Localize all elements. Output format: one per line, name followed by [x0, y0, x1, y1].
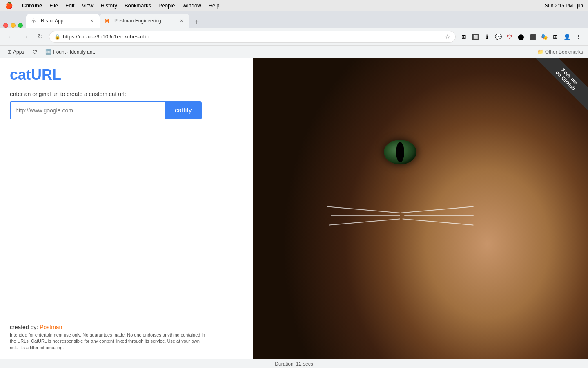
bookmark-shield[interactable]: 🛡 — [30, 48, 40, 56]
menubar-user: jlin — [577, 3, 583, 9]
whisker-2 — [404, 215, 474, 216]
app-logo: catURL — [10, 66, 61, 83]
user-profile-icon[interactable]: 👤 — [562, 32, 572, 42]
footer-created: created by: Postman — [10, 324, 206, 330]
shield-icon: 🛡 — [32, 49, 37, 55]
bookmark-fount-label: Fount · Identify an... — [53, 49, 96, 55]
forward-button[interactable]: → — [20, 31, 31, 43]
bookmark-fount[interactable]: 🔤 Fount · Identify an... — [43, 48, 99, 56]
tab-postman[interactable]: M Postman Engineering – Medium ✕ — [100, 14, 189, 28]
toolbar-ext-8[interactable]: ⊞ — [550, 32, 560, 42]
tab-bar: ⚛ React App ✕ M Postman Engineering – Me… — [0, 11, 588, 28]
address-bar-area: ← → ↻ 🔒 https://cat-ui-79b109c1ee.kubesa… — [0, 28, 588, 46]
other-bookmarks-label: Other Bookmarks — [545, 49, 583, 55]
chrome-menu[interactable]: Chrome — [22, 2, 42, 9]
file-menu[interactable]: File — [49, 2, 58, 9]
toolbar-ext-4[interactable]: 🛡 — [505, 32, 514, 42]
menubar-right: Sun 2:15 PM jlin — [545, 3, 583, 9]
chrome-menu-icon[interactable]: ⋮ — [573, 32, 583, 42]
tab-title-react: React App — [41, 18, 85, 24]
new-tab-button[interactable]: + — [191, 16, 203, 28]
tab-title-postman: Postman Engineering – Medium — [114, 18, 175, 24]
whisker-5 — [331, 215, 400, 216]
page-content: Fork meon GitHub catURL enter an origina… — [0, 58, 588, 359]
toolbar-ext-7[interactable]: 🎭 — [539, 32, 549, 42]
window-menu[interactable]: Window — [182, 2, 201, 9]
tab-close-postman[interactable]: ✕ — [178, 18, 185, 24]
back-button[interactable]: ← — [5, 31, 16, 43]
toolbar-ext-6[interactable]: ⬛ — [528, 32, 537, 42]
bookmark-apps-label: Apps — [13, 49, 24, 55]
history-menu[interactable]: History — [100, 2, 117, 9]
edit-menu[interactable]: Edit — [65, 2, 74, 9]
tab-react-app[interactable]: ⚛ React App ✕ — [26, 14, 100, 28]
macos-menubar: 🍎 Chrome File Edit View History Bookmark… — [0, 0, 588, 11]
app-footer: created by: Postman Intended for enterta… — [10, 324, 206, 351]
tab-close-react[interactable]: ✕ — [88, 18, 95, 24]
fullscreen-window-button[interactable] — [18, 23, 23, 28]
secure-lock-icon: 🔒 — [54, 34, 60, 40]
toolbar-ext-1[interactable]: 🔲 — [470, 32, 480, 42]
menubar-time: Sun 2:15 PM — [545, 3, 573, 9]
traffic-lights — [3, 23, 23, 28]
bookmark-star-icon[interactable]: ☆ — [445, 33, 450, 40]
fork-ribbon-text: Fork meon GitHub — [536, 58, 588, 110]
other-bookmarks[interactable]: 📁 Other Bookmarks — [537, 49, 583, 55]
status-duration: Duration: 12 secs — [275, 361, 313, 367]
footer-disclaimer: Intended for entertainment use only. No … — [10, 332, 206, 351]
toolbar-ext-3[interactable]: 💬 — [493, 32, 503, 42]
minimize-window-button[interactable] — [11, 23, 16, 28]
extensions-icon[interactable]: ⊞ — [459, 32, 469, 42]
url-input[interactable] — [10, 101, 165, 119]
reload-button[interactable]: ↻ — [34, 31, 46, 43]
apps-grid-icon: ⊞ — [7, 49, 11, 55]
chrome-window: ⚛ React App ✕ M Postman Engineering – Me… — [0, 11, 588, 368]
app-header: catURL — [10, 66, 61, 83]
footer-postman-link[interactable]: Postman — [40, 324, 62, 330]
address-text: https://cat-ui-79b109c1ee.kubesail.io — [63, 34, 442, 40]
footer-created-prefix: created by: — [10, 324, 40, 330]
form-row: cattify — [10, 101, 202, 119]
toolbar-ext-5[interactable]: ⬤ — [516, 32, 526, 42]
form-label: enter an original url to create a custom… — [10, 91, 202, 97]
folder-icon: 📁 — [537, 49, 543, 55]
cat-eye-left — [384, 140, 416, 164]
tab-favicon-react: ⚛ — [31, 18, 38, 24]
help-menu[interactable]: Help — [209, 2, 220, 9]
toolbar-ext-2[interactable]: ℹ — [482, 32, 492, 42]
bookmarks-bar: ⊞ Apps 🛡 🔤 Fount · Identify an... 📁 Othe… — [0, 46, 588, 58]
bookmarks-menu[interactable]: Bookmarks — [125, 2, 151, 9]
address-bar[interactable]: 🔒 https://cat-ui-79b109c1ee.kubesail.io … — [49, 31, 456, 43]
tab-favicon-postman: M — [105, 18, 111, 24]
bookmark-apps[interactable]: ⊞ Apps — [5, 48, 27, 56]
people-menu[interactable]: People — [158, 2, 175, 9]
toolbar-icons: ⊞ 🔲 ℹ 💬 🛡 ⬤ ⬛ 🎭 ⊞ 👤 ⋮ — [459, 32, 583, 42]
app-form-area: enter an original url to create a custom… — [10, 91, 202, 119]
fork-ribbon[interactable]: Fork meon GitHub — [527, 58, 588, 119]
cattify-button[interactable]: cattify — [165, 101, 202, 119]
fount-icon: 🔤 — [45, 49, 51, 55]
view-menu[interactable]: View — [82, 2, 93, 9]
apple-menu[interactable]: 🍎 — [5, 2, 13, 9]
close-window-button[interactable] — [3, 23, 8, 28]
status-bar: Duration: 12 secs — [0, 359, 588, 368]
